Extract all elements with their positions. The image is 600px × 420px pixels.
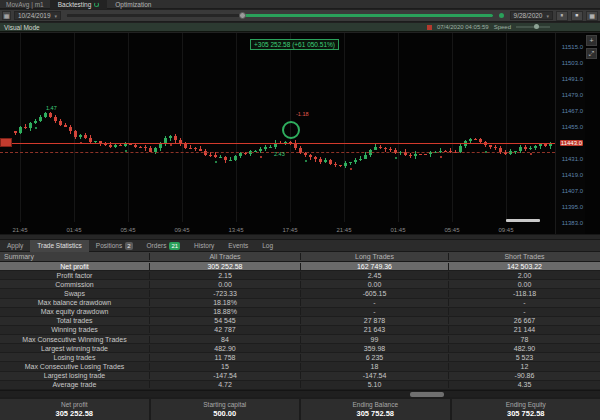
table-row[interactable]: Total trades54 54527 87826 667 [0, 317, 600, 326]
grid-settings-button[interactable]: ▦ [2, 11, 11, 20]
chart-hscrollbar-thumb[interactable] [506, 219, 540, 222]
table-row[interactable]: Max Consecutive Losing Trades151812 [0, 362, 600, 371]
candle [494, 147, 497, 148]
metric-value: 2.00 [448, 272, 600, 279]
candle [339, 165, 342, 166]
price-axis[interactable]: 11515.011503.011491.011479.011467.011455… [555, 33, 585, 234]
trade-marker-dot [215, 161, 217, 163]
chart-plot-area[interactable]: 21:4501:4505:4509:4513:4517:4521:4501:45… [0, 33, 555, 234]
zoom-in-button[interactable]: + [586, 35, 597, 46]
end-date-select[interactable]: 9/28/2020 ▾ [510, 11, 553, 20]
table-row[interactable]: Net profit305 252.58162 749.36142 503.22 [0, 262, 600, 271]
metric-value: 482.90 [448, 345, 600, 352]
candle [144, 147, 147, 148]
table-row[interactable]: Max equity drawdown18.88%-- [0, 308, 600, 317]
time-axis-tick: 21:45 [12, 227, 27, 233]
time-axis-tick: 05:45 [444, 227, 459, 233]
header-long-trades: Long Trades [300, 253, 448, 260]
candle [219, 157, 222, 158]
table-row[interactable]: Losing trades11 7586 2355 523 [0, 353, 600, 362]
stat-value: 305 752.58 [356, 409, 394, 418]
trade-marker-dot [260, 156, 262, 158]
tab-optimization[interactable]: Optimization [107, 0, 159, 9]
candle [169, 136, 172, 138]
metric-value: - [448, 308, 600, 315]
results-tab-apply[interactable]: Apply [0, 240, 30, 252]
price-axis-tick: 11419.0 [562, 172, 583, 178]
candle [419, 154, 422, 155]
candle [259, 149, 262, 151]
pause-button[interactable]: ⏸ [556, 11, 568, 21]
table-row[interactable]: Largest winning trade482.90359.98482.90 [0, 344, 600, 353]
tab-backtesting[interactable]: Backtesting [50, 0, 108, 9]
stop-icon[interactable] [427, 25, 432, 30]
results-tab-history[interactable]: History [187, 240, 221, 252]
table-row[interactable]: Profit factor2.152.452.00 [0, 271, 600, 280]
metric-value: 21 643 [300, 326, 448, 333]
metric-value: 26 667 [448, 317, 600, 324]
table-row[interactable]: Max Consecutive Winning Trades849978 [0, 335, 600, 344]
report-settings-button[interactable]: ▦ [586, 11, 598, 21]
metric-value: 12 [448, 363, 600, 370]
header-short-trades: Short Trades [448, 253, 600, 260]
slider-end-dot [499, 13, 504, 18]
results-tab-positions[interactable]: Positions2 [89, 240, 140, 252]
playback-progress-slider[interactable] [67, 14, 493, 17]
candle [239, 153, 242, 155]
results-tab-orders[interactable]: Orders21 [140, 240, 188, 252]
table-row[interactable]: Average trade4.725.104.35 [0, 381, 600, 390]
candle [474, 139, 477, 140]
stop-button[interactable]: ⏹ [571, 11, 583, 21]
candle [539, 144, 542, 146]
metric-value: -90.86 [448, 372, 600, 379]
metric-value: 4.72 [149, 381, 300, 388]
tab-label: History [194, 242, 214, 249]
metric-value: 2.45 [300, 272, 448, 279]
results-tab-log[interactable]: Log [255, 240, 280, 252]
candle [379, 147, 382, 148]
candle [344, 163, 347, 166]
candle [314, 157, 317, 159]
candle [174, 136, 177, 140]
results-tab-bar: ApplyTrade StatisticsPositions2Orders21H… [0, 240, 600, 252]
speed-slider-handle[interactable] [534, 24, 539, 29]
candle [59, 121, 62, 124]
metric-value: 142 503.22 [448, 263, 600, 270]
candle [359, 159, 362, 160]
candle [214, 155, 217, 157]
metric-value: -118.18 [448, 290, 600, 297]
candle [119, 145, 122, 146]
metric-value: 84 [149, 336, 300, 343]
candle [329, 160, 332, 164]
slider-handle[interactable] [239, 12, 246, 19]
speed-slider[interactable] [516, 26, 550, 28]
settings-icon: ▦ [589, 12, 595, 19]
expand-button[interactable]: ⤢ [586, 48, 597, 59]
table-row[interactable]: Winning trades42 78721 64321 144 [0, 326, 600, 335]
stat-label: Ending Equity [506, 401, 546, 408]
results-tab-trade-statistics[interactable]: Trade Statistics [30, 240, 89, 252]
bot-name-label: MovAvg | m1 [0, 1, 50, 8]
grid-line [128, 33, 129, 222]
results-tab-events[interactable]: Events [221, 240, 255, 252]
current-price-tag: 11443.0 [560, 140, 583, 146]
candlestick-chart[interactable]: 21:4501:4505:4509:4513:4517:4521:4501:45… [0, 33, 600, 234]
time-axis-tick: 13:45 [228, 227, 243, 233]
trade-profit-label: 1.47 [46, 105, 57, 111]
candle [409, 155, 412, 156]
table-row[interactable]: Max balance drawdown18.18%-- [0, 299, 600, 308]
table-row[interactable]: Largest losing trade-147.54-147.54-90.86 [0, 372, 600, 381]
table-row[interactable]: Commission0.000.000.00 [0, 280, 600, 289]
stat-label: Starting capital [203, 401, 246, 408]
metric-label: Winning trades [0, 326, 149, 333]
candle [529, 148, 532, 149]
start-date-select[interactable]: 10/24/2019 ▾ [14, 11, 61, 20]
horizontal-scrollbar[interactable] [0, 390, 600, 397]
candle [124, 144, 127, 145]
candle [264, 147, 267, 149]
start-date-value: 10/24/2019 [18, 12, 51, 19]
grid-icon: ▦ [4, 12, 10, 19]
table-row[interactable]: Swaps-723.33-605.15-118.18 [0, 289, 600, 298]
candle [74, 131, 77, 136]
tab-label: Events [228, 242, 248, 249]
